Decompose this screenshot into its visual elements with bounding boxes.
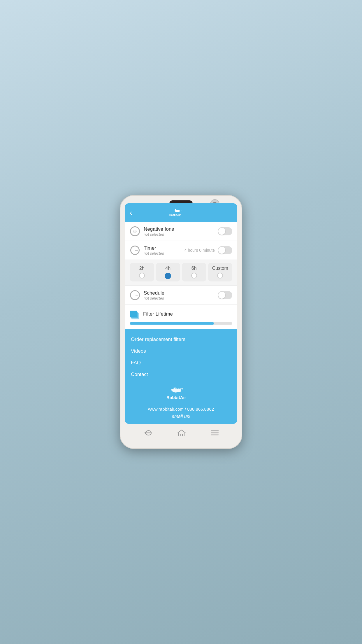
clock-icon xyxy=(130,246,140,255)
schedule-toggle[interactable] xyxy=(218,291,232,299)
nav-back-button[interactable] xyxy=(140,428,156,439)
negative-ions-icon: ☺ xyxy=(130,226,140,237)
schedule-clock-icon xyxy=(130,290,140,300)
footer-logo: RabbitAir xyxy=(162,386,200,401)
filter-header: Filter Lifetime xyxy=(130,309,232,319)
svg-text:RabbitAir: RabbitAir xyxy=(166,395,186,400)
phone-frame: ‹ RabbitAir xyxy=(120,195,242,449)
timer-option-2h-label: 2h xyxy=(139,266,145,271)
phone-nav xyxy=(125,424,237,444)
timer-value: 4 hours 0 minute xyxy=(184,248,215,253)
back-button[interactable]: ‹ xyxy=(130,209,132,216)
timer-text: Timer not selected xyxy=(144,245,184,256)
timer-option-4h[interactable]: 4h xyxy=(156,263,180,281)
rabbitair-logo: RabbitAir xyxy=(169,207,193,218)
filter-icon xyxy=(130,309,140,319)
timer-option-6h-label: 6h xyxy=(191,266,197,271)
logo-area: RabbitAir xyxy=(169,207,193,218)
timer-toggle[interactable] xyxy=(218,246,232,254)
timer-radio-custom xyxy=(217,273,223,279)
nav-menu-button[interactable] xyxy=(207,428,222,439)
schedule-subtitle: not selected xyxy=(144,296,218,300)
footer-website: www.rabbitair.com / 888.866.8862 xyxy=(131,407,231,412)
svg-text:RabbitAir: RabbitAir xyxy=(169,214,181,216)
timer-row: Timer not selected 4 hours 0 minute xyxy=(125,241,237,260)
timer-option-4h-label: 4h xyxy=(165,266,171,271)
schedule-row: Schedule not selected xyxy=(125,286,237,305)
timer-title: Timer xyxy=(144,245,184,251)
timer-option-custom-label: Custom xyxy=(212,266,228,271)
filter-lifetime-title: Filter Lifetime xyxy=(143,311,173,317)
timer-subtitle: not selected xyxy=(144,251,184,256)
timer-option-2h[interactable]: 2h xyxy=(130,263,154,281)
schedule-title: Schedule xyxy=(144,290,218,296)
schedule-icon xyxy=(130,290,140,300)
app-header: ‹ RabbitAir xyxy=(125,203,237,222)
schedule-text: Schedule not selected xyxy=(144,290,218,300)
timer-option-6h[interactable]: 6h xyxy=(182,263,206,281)
filter-bar-track xyxy=(130,322,232,325)
negative-ions-toggle[interactable] xyxy=(218,227,232,235)
timer-icon xyxy=(130,245,140,256)
negative-ions-text: Negative Ions not selected xyxy=(144,226,218,237)
filter-lifetime-row: Filter Lifetime xyxy=(125,305,237,329)
timer-radio-4h xyxy=(165,273,171,279)
negative-ions-row: ☺ Negative Ions not selected xyxy=(125,222,237,241)
timer-radio-6h xyxy=(191,273,197,279)
phone-screen: ‹ RabbitAir xyxy=(125,203,237,424)
footer-email[interactable]: email us! xyxy=(131,414,231,419)
negative-ions-title: Negative Ions xyxy=(144,226,218,232)
app-footer: Order replacement filters Videos FAQ Con… xyxy=(125,329,237,424)
filter-bar-fill xyxy=(130,322,214,325)
nav-home-button[interactable] xyxy=(174,428,189,440)
footer-link-filters[interactable]: Order replacement filters xyxy=(131,334,231,345)
smile-icon: ☺ xyxy=(130,226,140,236)
timer-radio-2h xyxy=(139,273,145,279)
timer-option-custom[interactable]: Custom xyxy=(208,263,233,281)
timer-options: 2h 4h 6h Custom xyxy=(125,260,237,286)
app-content: ☺ Negative Ions not selected Timer not s… xyxy=(125,222,237,329)
negative-ions-subtitle: not selected xyxy=(144,232,218,237)
footer-link-faq[interactable]: FAQ xyxy=(131,357,231,369)
footer-link-videos[interactable]: Videos xyxy=(131,345,231,357)
footer-logo-area: RabbitAir xyxy=(131,380,231,404)
footer-link-contact[interactable]: Contact xyxy=(131,369,231,380)
